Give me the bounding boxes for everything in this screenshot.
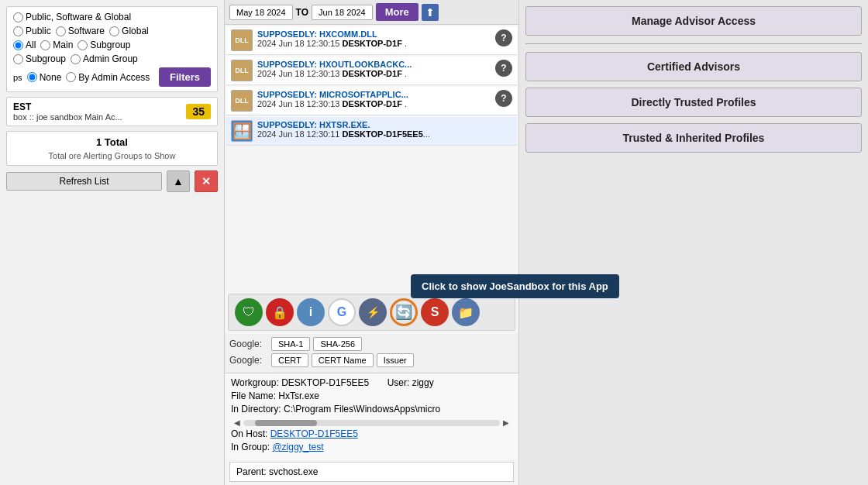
host-row: On Host: DESKTOP-D1F5EE5	[231, 428, 512, 439]
filters-button[interactable]: Filters	[159, 67, 211, 87]
right-panel: Manage Advisor Access Certified Advisors…	[519, 0, 868, 485]
hash-row-1: Google: CERT CERT Name Issuer	[229, 353, 514, 367]
to-label: TO	[296, 7, 308, 18]
group-row: In Group: @ziggy_test	[231, 442, 512, 452]
ps-label: ps	[13, 73, 22, 82]
certified-advisors-button[interactable]: Certified Advisors	[525, 52, 862, 81]
scroll-right-arrow[interactable]: ▶	[503, 418, 509, 427]
s-brand-icon[interactable]: S	[421, 298, 449, 326]
green-shield-icon[interactable]: 🛡	[235, 298, 263, 326]
group-label: In Group:	[231, 442, 272, 452]
left-panel: Public, Software & Global Public Softwar…	[0, 0, 225, 485]
event-meta-2: 2024 Jun 18 12:30:13 DESKTOP-D1F .	[257, 99, 491, 108]
host-link[interactable]: DESKTOP-D1F5EE5	[270, 428, 358, 439]
radio-public-software-global[interactable]: Public, Software & Global	[13, 12, 131, 22]
exe-icon-3: 🪟	[231, 120, 253, 142]
refresh-row: Refresh List ▲ ✕	[6, 170, 218, 192]
dll-icon-0: DLL	[231, 29, 253, 51]
red-lock-icon[interactable]: 🔒	[266, 298, 294, 326]
event-meta-0: 2024 Jun 18 12:30:15 DESKTOP-D1F .	[257, 39, 491, 48]
search-title: EST	[13, 101, 122, 112]
scroll-thumb[interactable]	[255, 420, 317, 426]
search-sub: box :: joe sandbox Main Ac...	[13, 112, 122, 122]
issuer-button[interactable]: Issuer	[377, 353, 414, 367]
dll-icon-1: DLL	[231, 60, 253, 81]
event-item-0[interactable]: DLL SUPPOSEDLY: HXCOMM.DLL 2024 Jun 18 1…	[226, 26, 517, 55]
google-icon[interactable]: G	[328, 298, 356, 326]
cert-button[interactable]: CERT	[271, 353, 308, 367]
clear-button[interactable]: ✕	[195, 170, 218, 192]
event-item-3[interactable]: 🪟 SUPPOSEDLY: HXTSR.EXE. 2024 Jun 18 12:…	[226, 117, 517, 146]
separator-1	[525, 43, 862, 44]
event-title-0: SUPPOSEDLY: HXCOMM.DLL	[257, 29, 491, 39]
nav-icon[interactable]: ⬆	[422, 4, 439, 21]
hash-section: Google: SHA-1 SHA-256 Google: CERT CERT …	[225, 334, 518, 373]
sha1-button[interactable]: SHA-1	[271, 337, 310, 351]
event-title-1: SUPPOSEDLY: HXOUTLOOKBACKC...	[257, 60, 491, 69]
scroll-track[interactable]	[243, 420, 500, 426]
detail-section: Workgroup: DESKTOP-D1F5EE5 User: ziggy F…	[225, 373, 518, 459]
event-list: DLL SUPPOSEDLY: HXCOMM.DLL 2024 Jun 18 1…	[225, 25, 518, 291]
help-icon-1[interactable]: ?	[495, 60, 512, 77]
app-icons-row: 🛡 🔒 i G ⚡ 🔄 S 📁	[228, 294, 515, 331]
more-button[interactable]: More	[376, 3, 418, 21]
dll-icon-2: DLL	[231, 90, 253, 112]
hash-label-1: Google:	[229, 355, 268, 366]
hash-label-0: Google:	[229, 339, 268, 349]
scroll-left-arrow[interactable]: ◀	[234, 418, 240, 427]
help-icon-2[interactable]: ?	[495, 90, 512, 107]
signal-icon[interactable]: ⚡	[359, 298, 387, 326]
group-link[interactable]: @ziggy_test	[272, 442, 323, 452]
directly-trusted-profiles-button[interactable]: Directly Trusted Profiles	[525, 88, 862, 117]
date-to-button[interactable]: Jun 18 2024	[312, 5, 373, 20]
folder-icon[interactable]: 📁	[452, 298, 480, 326]
event-item-1[interactable]: DLL SUPPOSEDLY: HXOUTLOOKBACKC... 2024 J…	[226, 57, 517, 85]
directory-row: In Directory: C:\Program Files\WindowsAp…	[231, 404, 512, 414]
event-title-3: SUPPOSEDLY: HXTSR.EXE.	[257, 120, 512, 129]
event-title-2: SUPPOSEDLY: MICROSOFTAPPLIC...	[257, 90, 491, 99]
host-label: On Host:	[231, 428, 270, 439]
event-meta-1: 2024 Jun 18 12:30:13 DESKTOP-D1F .	[257, 69, 491, 78]
total-box: 1 Total Total ore Alerting Groups to Sho…	[6, 131, 218, 166]
up-button[interactable]: ▲	[167, 170, 190, 192]
user-text: User: ziggy	[388, 377, 434, 388]
info-icon[interactable]: i	[297, 298, 325, 326]
filter-section-public: Public, Software & Global Public Softwar…	[6, 6, 218, 92]
filename-row: File Name: HxTsr.exe	[231, 390, 512, 401]
workgroup-row: Workgroup: DESKTOP-D1F5EE5 User: ziggy	[231, 377, 512, 388]
count-badge: 35	[186, 104, 211, 119]
total-title: 1 Total	[13, 136, 211, 148]
filename-text: File Name: HxTsr.exe	[231, 390, 319, 401]
parent-box: Parent: svchost.exe	[229, 462, 514, 482]
refresh-icon[interactable]: 🔄	[390, 298, 418, 326]
event-item-2[interactable]: DLL SUPPOSEDLY: MICROSOFTAPPLIC... 2024 …	[226, 87, 517, 115]
workgroup-text: Workgroup: DESKTOP-D1F5EE5	[231, 377, 369, 388]
cert-name-button[interactable]: CERT Name	[312, 353, 374, 367]
hash-row-0: Google: SHA-1 SHA-256	[229, 337, 514, 351]
scroll-bar: ◀ ▶	[231, 417, 512, 428]
sha256-button[interactable]: SHA-256	[313, 337, 362, 351]
parent-text: Parent: svchost.exe	[236, 466, 318, 477]
middle-panel: May 18 2024 TO Jun 18 2024 More ⬆ DLL SU…	[225, 0, 519, 485]
help-icon-0[interactable]: ?	[495, 29, 512, 46]
total-sub: Total ore Alerting Groups to Show	[13, 151, 211, 160]
date-from-button[interactable]: May 18 2024	[229, 5, 293, 20]
search-box: EST box :: joe sandbox Main Ac... 35	[6, 97, 218, 126]
date-header: May 18 2024 TO Jun 18 2024 More ⬆	[225, 0, 518, 25]
manage-advisor-access-button[interactable]: Manage Advisor Access	[525, 6, 862, 36]
refresh-list-button[interactable]: Refresh List	[6, 172, 162, 191]
directory-text: In Directory: C:\Program Files\WindowsAp…	[231, 404, 440, 414]
trusted-inherited-profiles-button[interactable]: Trusted & Inherited Profiles	[525, 123, 862, 153]
event-meta-3: 2024 Jun 18 12:30:11 DESKTOP-D1F5EE5...	[257, 129, 512, 139]
